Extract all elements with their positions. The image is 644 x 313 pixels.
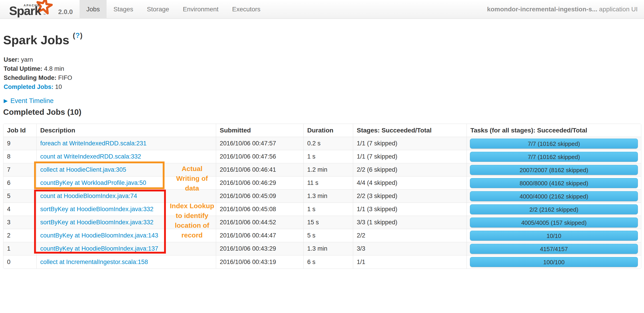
description-cell: count at WriteIndexedRDD.scala:332 (36, 150, 216, 163)
job-id-cell: 0 (4, 255, 36, 269)
description-cell: countByKey at HoodieBloomIndex.java:143 (36, 229, 216, 242)
job-id-cell: 6 (4, 176, 36, 190)
stages-cell: 3/3 (353, 242, 467, 255)
summary-completed-jobs: Completed Jobs: 10 (4, 82, 72, 91)
job-summary: User: yarn Total Uptime: 4.8 min Schedul… (4, 55, 72, 91)
job-description-link[interactable]: foreach at WriteIndexedRDD.scala:231 (40, 140, 146, 147)
submitted-cell: 2016/10/06 00:47:57 (216, 137, 304, 150)
stages-cell: 2/2 (6 skipped) (353, 163, 467, 176)
submitted-cell: 2016/10/06 00:46:29 (216, 176, 304, 190)
tasks-cell: 7/7 (10162 skipped) (467, 150, 641, 163)
submitted-cell: 2016/10/06 00:43:29 (216, 242, 304, 255)
column-header-description[interactable]: Description (36, 124, 216, 137)
job-id-cell: 8 (4, 150, 36, 163)
job-description-link[interactable]: count at HoodieBloomIndex.java:74 (40, 192, 137, 199)
duration-cell: 1 s (304, 203, 353, 216)
table-row: 6 countByKey at WorkloadProfile.java:50 … (4, 176, 641, 190)
table-row: 2 countByKey at HoodieBloomIndex.java:14… (4, 229, 641, 242)
tasks-cell: 10/10 (467, 229, 641, 242)
tasks-progress-bar: 2007/2007 (8162 skipped) (470, 165, 638, 175)
tasks-progress-bar: 4157/4157 (470, 244, 638, 254)
tab-stages[interactable]: Stages (106, 0, 140, 19)
table-row: 1 countByKey at HoodieBloomIndex.java:13… (4, 242, 641, 255)
spark-jobs-page: APACHE Spark ™ 2.0.0 Jobs Stages Storage… (0, 0, 644, 313)
tab-storage[interactable]: Storage (140, 0, 176, 19)
tasks-progress-bar: 4000/4000 (2162 skipped) (470, 191, 638, 201)
tasks-progress-bar: 100/100 (470, 257, 638, 267)
job-description-link[interactable]: sortByKey at HoodieBloomIndex.java:332 (40, 219, 154, 226)
column-header-submitted[interactable]: Submitted (216, 124, 304, 137)
scheduling-mode-value: FIFO (58, 74, 72, 81)
table-row: 9 foreach at WriteIndexedRDD.scala:231 2… (4, 137, 641, 150)
stages-cell: 3/3 (1 skipped) (353, 216, 467, 229)
job-description-link[interactable]: countByKey at WorkloadProfile.java:50 (40, 179, 146, 186)
tab-environment[interactable]: Environment (176, 0, 225, 19)
tasks-progress-bar: 8000/8000 (4162 skipped) (470, 178, 638, 188)
trademark-symbol: ™ (43, 13, 46, 16)
submitted-cell: 2016/10/06 00:45:09 (216, 190, 304, 203)
job-description-link[interactable]: collect at IncrementalIngestor.scala:158 (40, 259, 148, 265)
duration-cell: 1.3 min (304, 242, 353, 255)
job-id-cell: 5 (4, 190, 36, 203)
tasks-cell: 4157/4157 (467, 242, 641, 255)
help-paren-open: ( (73, 31, 76, 39)
tasks-progress-bar: 7/7 (10162 skipped) (470, 152, 638, 162)
job-description-link[interactable]: collect at HoodieClient.java:305 (40, 166, 126, 173)
top-navbar: APACHE Spark ™ 2.0.0 Jobs Stages Storage… (0, 0, 644, 19)
submitted-cell: 2016/10/06 00:44:47 (216, 229, 304, 242)
user-value: yarn (21, 56, 33, 63)
application-ui-suffix: application UI (598, 6, 638, 13)
description-cell: sortByKey at HoodieBloomIndex.java:332 (36, 203, 216, 216)
completed-jobs-table: Job Id Description Submitted Duration St… (3, 124, 641, 269)
chevron-right-icon: ▶ (4, 98, 8, 104)
description-cell: countByKey at WorkloadProfile.java:50 (36, 176, 216, 190)
duration-cell: 15 s (304, 216, 353, 229)
description-cell: collect at IncrementalIngestor.scala:158 (36, 255, 216, 269)
tasks-cell: 2007/2007 (8162 skipped) (467, 163, 641, 176)
duration-cell: 11 s (304, 176, 353, 190)
stages-cell: 1/1 (7 skipped) (353, 137, 467, 150)
summary-user: User: yarn (4, 55, 72, 64)
stages-cell: 4/4 (4 skipped) (353, 176, 467, 190)
uptime-label: Total Uptime: (4, 65, 42, 72)
column-header-tasks[interactable]: Tasks (for all stages): Succeeded/Total (467, 124, 641, 137)
tasks-progress-bar: 7/7 (10162 skipped) (470, 139, 638, 149)
job-description-link[interactable]: countByKey at HoodieBloomIndex.java:143 (40, 232, 158, 239)
summary-uptime: Total Uptime: 4.8 min (4, 64, 72, 73)
job-id-cell: 4 (4, 203, 36, 216)
tasks-cell: 7/7 (10162 skipped) (467, 137, 641, 150)
tab-executors[interactable]: Executors (226, 0, 268, 19)
spark-logo[interactable]: APACHE Spark ™ 2.0.0 (9, 0, 77, 19)
event-timeline-toggle[interactable]: ▶Event Timeline (4, 97, 54, 105)
help-badge[interactable]: (?) (73, 31, 83, 39)
table-row: 3 sortByKey at HoodieBloomIndex.java:332… (4, 216, 641, 229)
tasks-progress-bar: 2/2 (2162 skipped) (470, 204, 638, 214)
submitted-cell: 2016/10/06 00:46:41 (216, 163, 304, 176)
tasks-cell: 8000/8000 (4162 skipped) (467, 176, 641, 190)
tasks-cell: 2/2 (2162 skipped) (467, 203, 641, 216)
help-question-icon[interactable]: ? (76, 31, 80, 39)
completed-jobs-link[interactable]: Completed Jobs: (4, 83, 54, 90)
spark-version: 2.0.0 (58, 8, 73, 16)
navbar-tabs: Jobs Stages Storage Environment Executor… (80, 0, 267, 19)
duration-cell: 1.3 min (304, 190, 353, 203)
duration-cell: 6 s (304, 255, 353, 269)
job-description-link[interactable]: sortByKey at HoodieBloomIndex.java:332 (40, 206, 154, 212)
stages-cell: 1/1 (7 skipped) (353, 150, 467, 163)
tab-jobs[interactable]: Jobs (80, 0, 106, 19)
column-header-job-id[interactable]: Job Id (4, 124, 36, 137)
table-row: 4 sortByKey at HoodieBloomIndex.java:332… (4, 203, 641, 216)
column-header-stages[interactable]: Stages: Succeeded/Total (353, 124, 467, 137)
tasks-cell: 100/100 (467, 255, 641, 269)
summary-scheduling-mode: Scheduling Mode: FIFO (4, 73, 72, 82)
job-description-link[interactable]: countByKey at HoodieBloomIndex.java:137 (40, 245, 158, 252)
duration-cell: 1 s (304, 150, 353, 163)
submitted-cell: 2016/10/06 00:44:52 (216, 216, 304, 229)
column-header-duration[interactable]: Duration (304, 124, 353, 137)
page-title: Spark Jobs (?) (3, 31, 83, 47)
duration-cell: 5 s (304, 229, 353, 242)
table-row: 7 collect at HoodieClient.java:305 2016/… (4, 163, 641, 176)
stages-cell: 2/2 (3 skipped) (353, 190, 467, 203)
job-description-link[interactable]: count at WriteIndexedRDD.scala:332 (40, 153, 141, 160)
submitted-cell: 2016/10/06 00:43:19 (216, 255, 304, 269)
